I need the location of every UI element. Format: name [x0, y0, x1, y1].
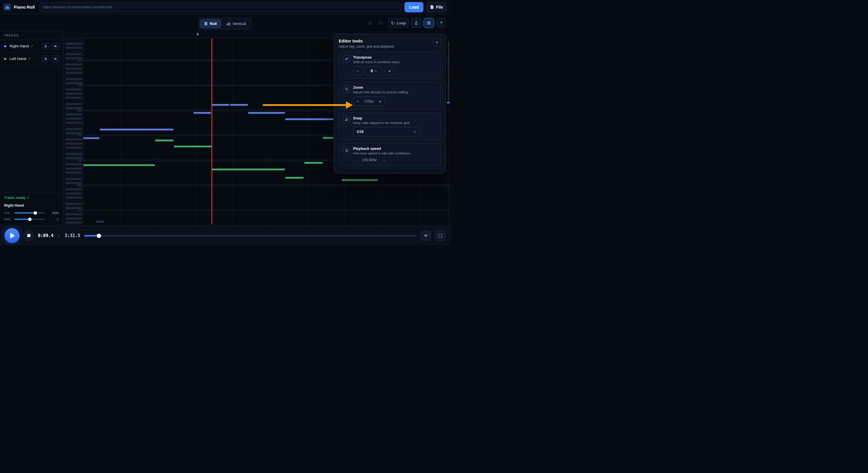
black-key[interactable]	[65, 143, 82, 145]
midi-note-left-hand[interactable]	[212, 168, 285, 170]
black-key[interactable]	[65, 138, 82, 140]
black-key[interactable]	[65, 114, 82, 115]
toolbar-right-cluster: ↺ ↻ ↻ Loop ?	[365, 18, 446, 28]
black-key[interactable]	[65, 147, 82, 149]
black-key[interactable]	[65, 118, 82, 120]
track-check-icon: ✓	[31, 44, 34, 48]
zoom-plus-button[interactable]: +	[376, 97, 384, 106]
black-key[interactable]	[65, 163, 82, 165]
black-key[interactable]	[65, 97, 82, 99]
black-key[interactable]	[65, 222, 82, 224]
vertical-scrollbar-thumb[interactable]	[448, 42, 450, 102]
volume-button[interactable]	[421, 230, 431, 241]
close-icon: ✕	[435, 40, 438, 44]
black-key[interactable]	[65, 63, 82, 65]
black-key[interactable]	[65, 53, 82, 55]
undo-button[interactable]: ↺	[365, 19, 374, 28]
editor-tools-button[interactable]	[424, 18, 434, 28]
vertical-scrollbar[interactable]	[448, 40, 450, 223]
loop-button[interactable]: ↻ Loop	[388, 18, 409, 28]
grid-beat-line	[260, 38, 261, 225]
midi-note-right-hand[interactable]	[193, 112, 211, 114]
black-key[interactable]	[65, 188, 82, 190]
black-key[interactable]	[65, 47, 82, 49]
bpm-plus-button[interactable]: +	[383, 158, 385, 162]
redo-button[interactable]: ↻	[377, 19, 386, 28]
black-key[interactable]	[65, 218, 82, 220]
black-key[interactable]	[65, 171, 82, 174]
black-key[interactable]	[65, 93, 82, 95]
black-key[interactable]	[65, 153, 82, 155]
solo-button[interactable]: S	[42, 55, 49, 62]
tab-vertical-view[interactable]: Vertical	[222, 19, 250, 28]
black-key[interactable]	[65, 168, 82, 169]
midi-note-left-hand[interactable]	[323, 137, 334, 139]
mute-button[interactable]	[51, 55, 60, 62]
black-key[interactable]	[65, 72, 82, 74]
midi-note-left-hand[interactable]	[174, 146, 212, 148]
black-key[interactable]	[65, 197, 82, 199]
midi-note-right-hand[interactable]	[230, 104, 248, 106]
midi-note-left-hand[interactable]	[83, 164, 155, 166]
midi-note-right-hand[interactable]	[248, 112, 285, 114]
grid-row-line	[83, 215, 450, 216]
tracks-sidebar: TRACKS Right Hand ✓ S Left Hand ✓ S	[0, 31, 63, 225]
black-key[interactable]	[65, 203, 82, 205]
time-display: 0:09.4 / 3:32.5	[38, 233, 80, 238]
solo-button[interactable]: S	[42, 43, 49, 50]
fullscreen-button[interactable]	[435, 230, 445, 241]
snap-select[interactable]: 1/16	[353, 127, 420, 136]
zoom-icon	[343, 85, 350, 93]
playhead[interactable]	[212, 38, 212, 224]
roll-view-label: Roll	[210, 22, 217, 26]
black-key[interactable]	[65, 68, 82, 70]
black-key[interactable]	[65, 213, 82, 215]
midi-note-left-hand[interactable]	[342, 179, 378, 181]
black-key[interactable]	[65, 122, 82, 124]
black-key[interactable]	[65, 128, 82, 130]
toolbar: ☰ Roll Vertical ↺ ↻ ↻ Loop	[0, 14, 450, 31]
grid-row-line	[83, 182, 450, 182]
black-key[interactable]	[65, 193, 82, 195]
grid-row-line	[83, 190, 450, 191]
midi-note-left-hand[interactable]	[304, 162, 323, 164]
file-button[interactable]: File	[426, 2, 446, 12]
stop-button[interactable]	[24, 230, 34, 241]
redo-icon: ↻	[379, 20, 383, 26]
black-key[interactable]	[65, 88, 82, 90]
seek-slider-thumb[interactable]	[97, 233, 101, 238]
black-key[interactable]	[65, 43, 82, 45]
tab-roll-view[interactable]: ☰ Roll	[200, 19, 221, 28]
play-button[interactable]	[5, 228, 20, 243]
black-key[interactable]	[65, 103, 82, 105]
grid-beat-line	[186, 38, 186, 225]
pan-slider-thumb[interactable]	[28, 218, 32, 221]
track-row-right-hand[interactable]: Right Hand ✓ S	[0, 40, 63, 53]
undo-icon: ↺	[367, 20, 372, 26]
zoom-minus-button[interactable]: −	[353, 97, 362, 106]
load-button[interactable]: Load	[404, 2, 423, 12]
midi-note-left-hand[interactable]	[285, 177, 304, 179]
metronome-button[interactable]	[411, 18, 422, 28]
volume-slider-thumb[interactable]	[34, 211, 37, 215]
midi-note-muted[interactable]	[96, 221, 104, 223]
midi-note-right-hand[interactable]	[83, 137, 100, 139]
midi-note-right-hand[interactable]	[100, 129, 174, 131]
midi-note-right-hand[interactable]	[285, 118, 334, 120]
black-key[interactable]	[65, 178, 82, 180]
black-key[interactable]	[65, 78, 82, 80]
midi-note-right-hand[interactable]	[212, 104, 229, 106]
track-row-left-hand[interactable]: Left Hand ✓ S	[0, 53, 63, 65]
volume-slider[interactable]	[14, 211, 45, 215]
seek-slider[interactable]	[84, 233, 417, 238]
transpose-plus-button[interactable]: +	[384, 66, 394, 75]
midi-url-input[interactable]	[39, 2, 402, 12]
midi-note-left-hand[interactable]	[155, 139, 174, 141]
help-button[interactable]: ?	[436, 18, 446, 28]
close-panel-button[interactable]: ✕	[433, 38, 441, 46]
mute-button[interactable]	[51, 43, 60, 50]
pan-slider[interactable]	[14, 218, 45, 221]
zoom-stepper: − 219px +	[353, 96, 385, 106]
transpose-minus-button[interactable]: −	[353, 66, 363, 75]
bpm-minus-button[interactable]: −	[353, 158, 355, 162]
